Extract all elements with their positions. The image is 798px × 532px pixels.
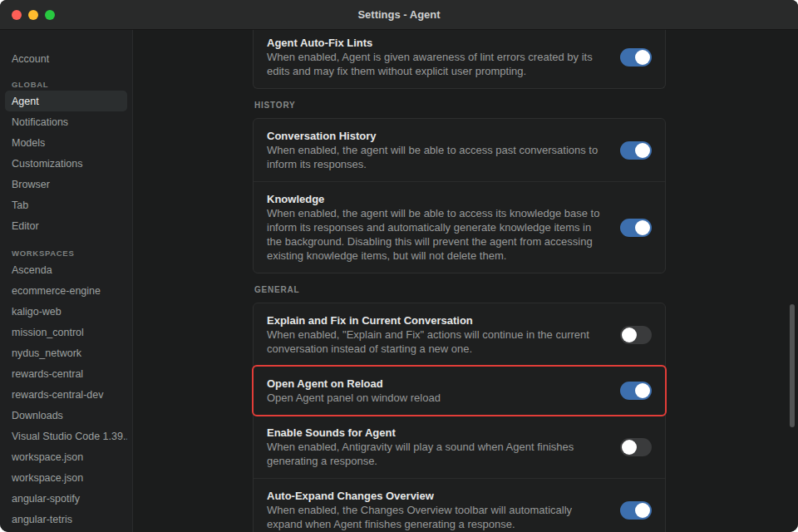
zoom-button[interactable] xyxy=(45,10,55,20)
sidebar-item-account[interactable]: Account xyxy=(5,48,127,69)
settings-window: Settings - Agent Account GLOBAL Agent No… xyxy=(0,0,798,532)
toggle-knob xyxy=(635,383,650,398)
sidebar-item-workspace[interactable]: Downloads xyxy=(5,405,127,426)
toggle-knob xyxy=(635,503,650,518)
toggle-explain-and-fix[interactable] xyxy=(620,326,652,344)
close-button[interactable] xyxy=(12,10,22,20)
setting-title: Conversation History xyxy=(267,129,608,143)
setting-description: When enabled, the Changes Overview toolb… xyxy=(267,503,608,531)
sidebar-item-models[interactable]: Models xyxy=(5,132,127,153)
toggle-knob xyxy=(635,143,650,158)
toggle-knob xyxy=(635,50,650,65)
setting-description: When enabled, "Explain and Fix" actions … xyxy=(267,328,608,356)
setting-title: Agent Auto-Fix Lints xyxy=(267,36,608,50)
sidebar-item-workspace[interactable]: rewards-central-dev xyxy=(5,384,127,405)
toggle-knob xyxy=(622,328,637,342)
toggle-agent-auto-fix-lints[interactable] xyxy=(620,48,652,66)
sidebar-item-editor[interactable]: Editor xyxy=(5,215,127,236)
setting-description: When enabled, Agent is given awareness o… xyxy=(267,50,608,78)
sidebar-item-workspace[interactable]: mission_control xyxy=(5,322,127,342)
sidebar-item-browser[interactable]: Browser xyxy=(5,174,127,195)
toggle-open-agent-on-reload[interactable] xyxy=(620,382,652,400)
sidebar: Account GLOBAL Agent Notifications Model… xyxy=(0,30,133,532)
settings-pane: Agent Auto-Fix Lints When enabled, Agent… xyxy=(133,30,798,532)
settings-card: Explain and Fix in Current Conversation … xyxy=(253,303,666,532)
setting-row-knowledge: Knowledge When enabled, the agent will b… xyxy=(254,181,665,273)
traffic-lights xyxy=(0,10,55,20)
setting-description: Open Agent panel on window reload xyxy=(267,391,608,405)
toggle-knob xyxy=(635,220,650,235)
setting-title: Open Agent on Reload xyxy=(267,377,608,391)
setting-row-auto-expand-changes: Auto-Expand Changes Overview When enable… xyxy=(254,478,665,532)
setting-description: When enabled, the agent will be able to … xyxy=(267,206,608,263)
setting-title: Auto-Expand Changes Overview xyxy=(267,489,608,503)
window-title: Settings - Agent xyxy=(0,8,798,21)
sidebar-item-workspace[interactable]: angular-tetris xyxy=(5,509,127,530)
setting-title: Enable Sounds for Agent xyxy=(267,426,608,440)
setting-title: Explain and Fix in Current Conversation xyxy=(267,313,608,328)
setting-description: When enabled, Antigravity will play a so… xyxy=(267,440,608,468)
section-label-general: GENERAL xyxy=(254,285,664,294)
settings-card: Agent Auto-Fix Lints When enabled, Agent… xyxy=(253,30,666,89)
setting-row-explain-and-fix: Explain and Fix in Current Conversation … xyxy=(254,303,665,366)
sidebar-item-workspace[interactable]: nydus_network xyxy=(5,342,127,363)
setting-description: When enabled, the agent will be able to … xyxy=(267,143,608,171)
sidebar-item-workspace[interactable]: kaligo-web xyxy=(5,301,127,322)
sidebar-item-tab[interactable]: Tab xyxy=(5,195,127,215)
toggle-knowledge[interactable] xyxy=(620,219,652,237)
sidebar-item-workspace[interactable]: workspace.json xyxy=(5,446,127,467)
toggle-enable-sounds[interactable] xyxy=(620,438,652,456)
toggle-auto-expand-changes[interactable] xyxy=(620,501,652,520)
setting-row-agent-auto-fix-lints: Agent Auto-Fix Lints When enabled, Agent… xyxy=(254,30,665,88)
title-bar: Settings - Agent xyxy=(0,0,798,30)
setting-row-enable-sounds: Enable Sounds for Agent When enabled, An… xyxy=(254,415,665,478)
sidebar-item-workspace[interactable]: rewards-central xyxy=(5,363,127,384)
sidebar-item-workspace[interactable]: Visual Studio Code 1.39... xyxy=(5,426,127,446)
vertical-scrollbar-thumb[interactable] xyxy=(790,304,795,427)
window-body: Account GLOBAL Agent Notifications Model… xyxy=(0,30,798,532)
settings-column: Agent Auto-Fix Lints When enabled, Agent… xyxy=(253,30,666,532)
sidebar-item-workspace[interactable]: angular-spotify xyxy=(5,488,127,509)
toggle-conversation-history[interactable] xyxy=(620,141,652,160)
section-label-history: HISTORY xyxy=(254,101,664,110)
sidebar-item-customizations[interactable]: Customizations xyxy=(5,153,127,174)
sidebar-section-workspaces: WORKSPACES xyxy=(5,246,127,259)
sidebar-item-notifications[interactable]: Notifications xyxy=(5,111,127,132)
settings-card: Conversation History When enabled, the a… xyxy=(253,118,666,273)
toggle-knob xyxy=(622,440,637,455)
sidebar-item-workspace[interactable]: ecommerce-engine xyxy=(5,280,127,301)
sidebar-section-global: GLOBAL xyxy=(5,77,127,91)
setting-row-open-agent-on-reload: Open Agent on Reload Open Agent panel on… xyxy=(254,366,665,415)
minimize-button[interactable] xyxy=(28,10,38,20)
setting-title: Knowledge xyxy=(267,192,608,206)
setting-row-conversation-history: Conversation History When enabled, the a… xyxy=(254,119,665,181)
sidebar-item-workspace[interactable]: workspace.json xyxy=(5,467,127,488)
sidebar-item-agent[interactable]: Agent xyxy=(5,91,127,111)
sidebar-item-workspace[interactable]: Ascenda xyxy=(5,259,127,280)
